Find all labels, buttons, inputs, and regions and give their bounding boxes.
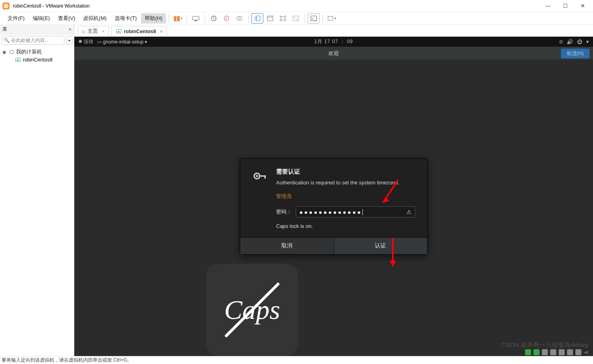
quick-switch-icon[interactable]: >_ [308,13,320,24]
svg-rect-10 [267,16,273,21]
view-console-icon[interactable] [251,13,263,24]
tab-home-close-icon[interactable]: × [102,29,105,34]
caps-lock-osd: Caps [206,264,298,356]
tree-twisty-icon[interactable]: ▣ [2,50,7,54]
send-ctrl-alt-del-icon[interactable] [190,13,202,24]
caps-lock-message: Caps lock is on. [276,223,415,229]
status-bar: 要将输入定向到该虚拟机，请在虚拟机内部单击或按 Ctrl+G。 [0,356,593,364]
sys-menu-caret-icon[interactable]: ▾ [586,39,589,45]
gnome-clock[interactable]: 1月 17 07 ： 09 [314,38,353,45]
window-title: robinCentos8 - VMware Workstation [13,3,90,9]
tab-vm-label: robinCentos8 [124,29,156,34]
library-close-icon[interactable]: × [68,26,72,32]
key-icon [252,168,268,229]
vm-tab-icon [116,29,121,34]
tab-vm[interactable]: robinCentos8 × [111,26,167,36]
auth-message: Authentication is required to set the sy… [276,180,415,186]
view-single-icon[interactable] [264,13,276,24]
svg-rect-17 [328,16,333,20]
password-label: 密码： [276,208,292,216]
snapshot-manager-icon[interactable] [233,13,245,24]
snapshot-revert-icon[interactable] [221,13,233,24]
menu-view[interactable]: 查看(V) [54,13,79,24]
volume-icon[interactable]: 🔊 [567,39,573,45]
svg-rect-2 [193,16,199,20]
close-button[interactable]: ✕ [575,3,591,9]
auth-title: 需要认证 [276,168,415,176]
tab-home-label: 主页 [88,28,98,35]
svg-line-14 [293,16,298,20]
library-header: 库 × [0,25,74,34]
vm-device-icons: ≪ [525,349,589,355]
view-unity-icon[interactable] [290,13,302,24]
snapshot-take-icon[interactable] [208,13,220,24]
cancel-button[interactable]: 取消 [240,237,334,254]
gnome-activities[interactable]: ✺ 活动 [78,38,93,45]
library-tree: ▣ 🖵 我的计算机 robinCentos8 [0,46,74,64]
device-icon[interactable] [567,349,573,355]
svg-rect-12 [281,17,285,20]
device-icon[interactable] [559,349,565,355]
menu-vm[interactable]: 虚拟机(M) [80,13,110,24]
tab-vm-close-icon[interactable]: × [160,29,163,34]
guest-display[interactable]: ✺ 活动 ▭ gnome-initial-setup ▾ 1月 17 07 ： … [74,37,593,356]
svg-rect-3 [195,20,197,21]
home-icon: ⌂ [82,28,85,34]
computer-icon: 🖵 [8,49,14,55]
menu-file[interactable]: 文件(F) [4,13,28,24]
tree-root-my-computer[interactable]: ▣ 🖵 我的计算机 [2,48,72,56]
library-search-input[interactable]: 🔍 在此处键入内容... [2,36,64,45]
svg-point-23 [256,175,258,177]
tree-vm-item[interactable]: robinCentos8 [2,56,72,63]
device-icon[interactable] [533,349,539,355]
vm-icon [15,57,21,63]
network-icon[interactable]: ⎚ [559,39,563,45]
welcome-title: 欢迎 [328,50,339,57]
search-dropdown-icon[interactable]: ▾ [66,36,72,45]
tab-home[interactable]: ⌂ 主页 × [78,26,109,36]
svg-rect-1 [4,4,8,8]
device-icon[interactable] [542,349,548,355]
tab-strip: ⌂ 主页 × robinCentos8 × [74,25,593,37]
menu-bar: 文件(F) 编辑(E) 查看(V) 虚拟机(M) 选项卡(T) 帮助(H) ▮▮… [0,12,593,25]
password-input[interactable]: ●●●●●●●●●●●●● ⚠ [296,206,415,218]
device-icon[interactable] [575,349,581,355]
gnome-top-bar: ✺ 活动 ▭ gnome-initial-setup ▾ 1月 17 07 ： … [74,37,593,47]
search-icon: 🔍 [4,38,10,43]
title-bar: robinCentos8 - VMware Workstation — ☐ ✕ [0,0,593,12]
svg-marker-29 [390,261,396,267]
window-controls: — ☐ ✕ [540,3,591,9]
app-icon [2,2,10,10]
tree-vm-label: robinCentos8 [23,57,52,63]
menu-help[interactable]: 帮助(H) [141,13,166,24]
power-icon[interactable]: ⏻ [577,39,582,45]
maximize-button[interactable]: ☐ [557,3,573,9]
search-placeholder: 在此处键入内容... [11,37,49,44]
gnome-current-app[interactable]: ▭ gnome-initial-setup ▾ [97,39,147,45]
menu-edit[interactable]: 编辑(E) [29,13,54,24]
view-fullscreen-icon[interactable] [277,13,289,24]
password-value: ●●●●●●●●●●●●● [299,209,363,215]
authenticate-button[interactable]: 认证 [334,237,428,254]
auth-user: 管理员 [276,193,415,200]
menu-tabs[interactable]: 选项卡(T) [111,13,141,24]
forward-button[interactable]: 前进(N) [561,48,590,59]
device-icon[interactable] [525,349,531,355]
svg-text:>_: >_ [312,17,316,21]
library-sidebar: 库 × 🔍 在此处键入内容... ▾ ▣ 🖵 我的计算机 robinCentos… [0,25,74,356]
stretch-guest-icon[interactable]: ▾ [326,13,338,24]
device-icon[interactable] [550,349,556,355]
library-title: 库 [2,26,7,33]
auth-dialog: 需要认证 Authentication is required to set t… [240,158,428,255]
tree-root-label: 我的计算机 [16,49,42,55]
svg-rect-8 [255,16,257,21]
status-hint: 要将输入定向到该虚拟机，请在虚拟机内部单击或按 Ctrl+G。 [2,357,132,364]
auth-button-row: 取消 认证 [240,237,427,254]
svg-rect-9 [257,16,260,21]
minimize-button[interactable]: — [540,3,556,9]
pause-button[interactable]: ▮▮▾ [172,13,184,24]
warning-icon: ⚠ [406,209,412,215]
welcome-header: 欢迎 前进(N) [74,47,593,60]
vm-area: ⌂ 主页 × robinCentos8 × ✺ 活动 ▭ gnome-initi… [74,25,593,356]
device-menu-icon[interactable]: ≪ [584,350,589,355]
